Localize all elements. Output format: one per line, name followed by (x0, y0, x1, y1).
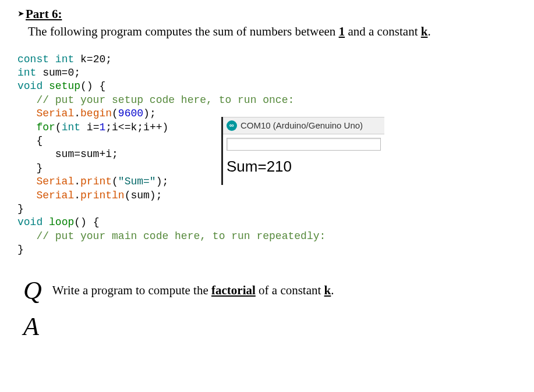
kw-int-2: int (17, 67, 36, 79)
setup-paren: () { (80, 80, 105, 92)
q-suffix: . (331, 283, 334, 297)
serial-1: Serial (36, 108, 74, 119)
q-letter: Q (23, 278, 42, 304)
println: println (80, 190, 125, 201)
for-pre: ( (55, 122, 62, 133)
serial-output: Sum=210 (223, 153, 384, 185)
serial-title-text: COM10 (Arduino/Genuino Uno) (241, 120, 363, 131)
print-open: ( (112, 176, 118, 187)
triangle-icon: ➤ (17, 9, 24, 20)
question-text: Write a program to compute the factorial… (52, 282, 334, 298)
print-close: ); (156, 176, 169, 187)
intro-suffix: . (427, 24, 430, 38)
for-mid: ;i<=k;i++) (105, 122, 168, 133)
kw-for: for (36, 122, 55, 133)
kw-void-1: void (17, 80, 43, 92)
cmt-setup: // put your setup code here, to run once… (36, 94, 294, 106)
a-letter: A (23, 312, 39, 341)
q-fact: factorial (211, 283, 256, 297)
sum-inc: sum=sum+i; (55, 148, 118, 160)
sum0: sum=0; (43, 67, 80, 79)
serial-monitor-window: ∞ COM10 (Arduino/Genuino Uno) Sum=210 (221, 117, 384, 185)
sum-str: "Sum=" (118, 176, 156, 187)
serial-2: Serial (36, 176, 74, 187)
fn-setup: setup (49, 80, 80, 92)
kw-int-3: int (62, 122, 80, 133)
arduino-icon: ∞ (227, 120, 237, 131)
k20: k=20; (80, 54, 112, 65)
intro-mid: and a constant (345, 24, 421, 38)
one: 1 (99, 122, 105, 133)
rbrace-1: } (36, 162, 43, 174)
intro-text: The following program computes the sum o… (28, 23, 517, 40)
intro-kvar: k (421, 24, 428, 38)
kw-int-1: int (55, 54, 74, 65)
kw-void-2: void (17, 216, 43, 228)
q-prefix: Write a program to compute the (52, 283, 211, 297)
serial-3: Serial (36, 190, 74, 201)
code-area: const int k=20; int sum=0; void setup() … (17, 53, 517, 257)
intro-prefix: The following program computes the sum o… (28, 24, 339, 38)
q-kvar: k (324, 283, 331, 297)
begin-tail: ); (143, 108, 156, 119)
lbrace: { (36, 135, 43, 147)
rbrace-3: } (17, 244, 24, 255)
baud: 9600 (118, 108, 143, 119)
kw-const: const (17, 54, 49, 65)
begin: begin (80, 108, 112, 119)
question-row: Q Write a program to compute the factori… (23, 278, 517, 304)
for-i1: i= (87, 122, 100, 133)
println-arg: (sum); (125, 190, 162, 201)
heading-row: ➤ Part 6: (17, 6, 517, 22)
fn-loop: loop (49, 216, 74, 228)
intro-num1: 1 (339, 24, 345, 38)
loop-paren: () { (74, 216, 99, 228)
q-mid: of a constant (256, 283, 324, 297)
part-title: Part 6: (26, 6, 62, 22)
answer-row: A (23, 314, 517, 340)
rbrace-2: } (17, 203, 24, 215)
serial-titlebar: ∞ COM10 (Arduino/Genuino Uno) (223, 117, 384, 134)
cmt-loop: // put your main code here, to run repea… (36, 230, 326, 242)
serial-input[interactable] (227, 138, 381, 151)
print: print (80, 176, 112, 187)
